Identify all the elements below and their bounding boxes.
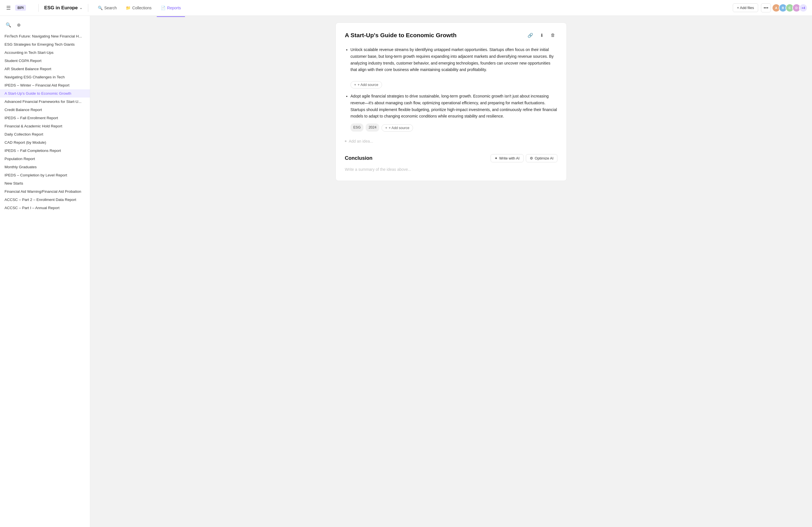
project-name: ESG in Europe [44, 5, 78, 11]
tag-esg: ESG [350, 123, 363, 132]
list-item[interactable]: Accounting in Tech Start-Ups [0, 48, 90, 57]
list-item[interactable]: AR Student Balance Report [0, 65, 90, 73]
report-header: A Start-Up's Guide to Economic Growth 🔗 … [345, 31, 557, 40]
delete-button[interactable]: 🗑 [548, 31, 557, 40]
top-nav: ☰ BPI ESG in Europe ⌄ 🔍 Search 📁 Collect… [0, 0, 812, 16]
add-idea-dot [345, 140, 347, 142]
list-item[interactable]: Financial & Academic Hold Report [0, 122, 90, 130]
menu-icon[interactable]: ☰ [4, 3, 12, 13]
optimize-ai-label: Optimize AI [535, 156, 553, 160]
tab-reports-label: Reports [167, 6, 181, 10]
chevron-down-icon: ⌄ [79, 6, 82, 10]
search-icon: 🔍 [98, 6, 103, 10]
list-item[interactable]: Student CGPA Report [0, 57, 90, 65]
add-idea-placeholder: Add an idea... [349, 139, 373, 144]
add-source-icon-1: + [354, 83, 356, 87]
add-source-icon-2: + [385, 126, 387, 130]
main-content: A Start-Up's Guide to Economic Growth 🔗 … [90, 16, 812, 527]
list-item[interactable]: ACCSC – Part 2 – Enrollment Data Report [0, 195, 90, 204]
add-source-label-1: + Add source [358, 83, 378, 87]
nav-project[interactable]: ESG in Europe ⌄ [44, 5, 82, 11]
avatar-extra-count: +4 [799, 4, 808, 12]
list-item[interactable]: Advanced Financial Frameworks for Start-… [0, 98, 90, 106]
list-item[interactable]: Population Report [0, 155, 90, 163]
collections-icon: 📁 [126, 6, 131, 10]
nav-divider [38, 4, 39, 12]
add-idea-row[interactable]: Add an idea... [345, 136, 557, 146]
list-item[interactable]: Monthly Graduates [0, 163, 90, 171]
conclusion-placeholder[interactable]: Write a summary of the ideas above... [345, 166, 557, 173]
nav-actions: + Add files ••• A B C D +4 [733, 3, 808, 12]
report-header-actions: 🔗 ⬇ 🗑 [526, 31, 557, 40]
tags-row: ESG 2024 + + Add source [350, 123, 557, 132]
tab-search-label: Search [104, 6, 117, 10]
ai-sparkle-icon: ✦ [494, 156, 498, 160]
optimize-ai-button[interactable]: ⚙ Optimize AI [526, 154, 557, 162]
more-options-button[interactable]: ••• [761, 3, 771, 12]
conclusion-title: Conclusion [345, 155, 373, 161]
list-item[interactable]: CAD Report (by Module) [0, 138, 90, 147]
brand-abbr: BPI [15, 5, 26, 11]
list-item[interactable]: IPEDS – Fall Completions Report [0, 147, 90, 155]
tab-collections-label: Collections [132, 6, 151, 10]
report-title: A Start-Up's Guide to Economic Growth [345, 32, 456, 39]
list-item[interactable]: ACCSC – Part I – Annual Report [0, 204, 90, 212]
list-item[interactable]: Daily Collection Report [0, 130, 90, 138]
bullet-1-text: Unlock scalable revenue streams by ident… [350, 47, 554, 72]
link-button[interactable]: 🔗 [526, 31, 535, 40]
add-files-label: + Add files [737, 6, 754, 10]
tag-2024: 2024 [366, 123, 379, 132]
list-item[interactable]: New Starts [0, 179, 90, 187]
add-files-button[interactable]: + Add files [733, 3, 758, 12]
list-item[interactable]: Financial Aid Warning/Financial Aid Prob… [0, 187, 90, 195]
sidebar: 🔍 ⊕ FinTech Future: Navigating New Finan… [0, 16, 90, 527]
add-source-button-1[interactable]: + + Add source [350, 81, 382, 88]
reports-icon: 📄 [161, 6, 165, 10]
add-source-label-2: + Add source [389, 126, 409, 130]
conclusion-section: Conclusion ✦ Write with AI ⚙ Optimize AI [345, 154, 557, 162]
tab-collections[interactable]: 📁 Collections [122, 3, 155, 12]
add-source-button-2[interactable]: + + Add source [381, 124, 413, 132]
list-item[interactable]: Credit Balance Report [0, 106, 90, 114]
list-item[interactable]: IPEDS – Completion by Level Report [0, 171, 90, 179]
sidebar-search-button[interactable]: 🔍 [4, 21, 12, 29]
list-item[interactable]: IPEDS – Fall Enrollment Report [0, 114, 90, 122]
write-with-ai-button[interactable]: ✦ Write with AI [491, 154, 524, 162]
sidebar-list: FinTech Future: Navigating New Financial… [0, 32, 90, 212]
nav-tabs: 🔍 Search 📁 Collections 📄 Reports [94, 3, 185, 12]
sidebar-add-button[interactable]: ⊕ [15, 21, 23, 29]
app-layout: 🔍 ⊕ FinTech Future: Navigating New Finan… [0, 16, 812, 527]
sidebar-actions: 🔍 ⊕ [0, 19, 90, 32]
list-item[interactable]: Navigating ESG Challenges in Tech [0, 73, 90, 81]
avatar-group: A B C D +4 [774, 4, 808, 12]
list-item[interactable]: ESG Strategies for Emerging Tech Giants [0, 40, 90, 48]
report-body: Unlock scalable revenue streams by ident… [345, 46, 557, 173]
download-button[interactable]: ⬇ [537, 31, 546, 40]
conclusion-actions: ✦ Write with AI ⚙ Optimize AI [491, 154, 557, 162]
tab-reports[interactable]: 📄 Reports [157, 3, 185, 12]
report-card: A Start-Up's Guide to Economic Growth 🔗 … [335, 23, 567, 181]
write-ai-label: Write with AI [499, 156, 520, 160]
nav-divider-2 [88, 4, 88, 12]
bullet-2: Adopt agile financial strategies to driv… [350, 93, 557, 132]
sidebar-item-active[interactable]: A Start-Up's Guide to Economic Growth [0, 89, 90, 98]
bullet-1: Unlock scalable revenue streams by ident… [350, 46, 557, 88]
list-item[interactable]: IPEDS – Winter – Financial Aid Report [0, 81, 90, 89]
tab-search[interactable]: 🔍 Search [94, 3, 121, 12]
optimize-icon: ⚙ [530, 156, 533, 160]
nav-brand: BPI [15, 5, 26, 11]
bullet-2-text: Adopt agile financial strategies to driv… [350, 94, 557, 118]
list-item[interactable]: FinTech Future: Navigating New Financial… [0, 32, 90, 40]
